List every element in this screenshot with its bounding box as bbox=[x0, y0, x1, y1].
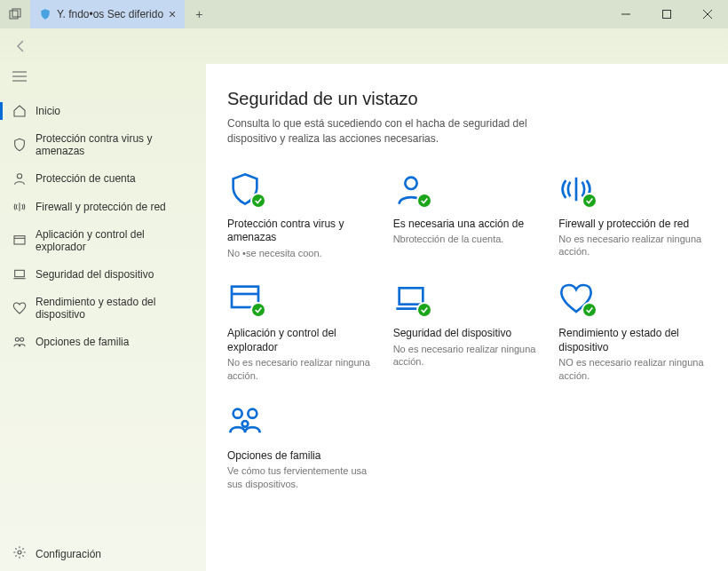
card-title: Firewall y protección de red bbox=[558, 218, 707, 232]
sidebar-item-label: Protección contra virus y amenazas bbox=[36, 132, 194, 157]
settings-label: Configuración bbox=[36, 548, 101, 560]
minimize-button[interactable] bbox=[605, 0, 646, 28]
page-subtitle: Consulta lo que está sucediendo con el h… bbox=[227, 116, 529, 147]
browser-tab[interactable]: Y. fndo•os Sec diferido × bbox=[30, 0, 185, 28]
sidebar-item-firewall[interactable]: Firewall y protección de red bbox=[0, 193, 206, 221]
tab-title: Y. fndo•os Sec diferido bbox=[57, 8, 163, 20]
home-icon bbox=[12, 104, 27, 118]
svg-rect-10 bbox=[14, 236, 25, 244]
card-device-security[interactable]: Seguridad del dispositivo No es necesari… bbox=[393, 281, 542, 382]
card-performance[interactable]: Rendimiento y estado del dispositivo NO … bbox=[558, 281, 707, 382]
back-button[interactable] bbox=[11, 36, 32, 57]
laptop-icon bbox=[12, 267, 27, 282]
card-desc: Nbrotección de la cuenta. bbox=[393, 233, 542, 245]
card-desc: No •se necesita coon. bbox=[227, 247, 376, 259]
person-icon bbox=[12, 171, 27, 186]
svg-rect-0 bbox=[10, 11, 18, 19]
card-title: Aplicación y control del explorador bbox=[227, 327, 376, 354]
svg-point-16 bbox=[18, 551, 21, 554]
card-title: Opciones de familia bbox=[227, 449, 376, 464]
close-window-button[interactable] bbox=[687, 0, 728, 28]
sidebar-item-account[interactable]: Protección de cuenta bbox=[0, 164, 206, 193]
hamburger-menu[interactable] bbox=[0, 67, 206, 97]
sidebar-item-label: Protección de cuenta bbox=[36, 172, 136, 185]
sidebar-item-label: Aplicación y control del explorador bbox=[36, 228, 194, 253]
svg-point-14 bbox=[15, 337, 19, 341]
status-ok-badge bbox=[250, 302, 266, 318]
card-desc: Ve cómo tus fervientemente usa sus dispo… bbox=[227, 464, 376, 490]
sidebar-item-home[interactable]: Inicio bbox=[0, 97, 206, 125]
svg-point-24 bbox=[242, 421, 249, 427]
sidebar-settings[interactable]: Configuración bbox=[0, 536, 206, 571]
card-firewall[interactable]: Firewall y protección de red No es neces… bbox=[558, 171, 707, 259]
card-title: Protección contra virus y amenazas bbox=[227, 218, 376, 245]
status-ok-badge bbox=[582, 193, 597, 209]
card-desc: No es necesario realizar ninguna acción. bbox=[393, 343, 542, 369]
status-ok-badge bbox=[582, 302, 597, 318]
sidebar-item-performance[interactable]: Rendimiento y estado del dispositivo bbox=[0, 289, 206, 328]
new-tab-button[interactable]: + bbox=[185, 7, 213, 21]
sidebar-item-label: Seguridad del dispositivo bbox=[36, 268, 154, 281]
network-icon bbox=[12, 200, 27, 214]
card-virus-protection[interactable]: Protección contra virus y amenazas No •s… bbox=[227, 171, 376, 259]
tabs-overview-icon[interactable] bbox=[0, 0, 30, 28]
sidebar-item-label: Firewall y protección de red bbox=[36, 201, 166, 213]
sidebar-item-family[interactable]: Opciones de familia bbox=[0, 328, 206, 356]
close-tab-icon[interactable]: × bbox=[169, 7, 176, 21]
svg-rect-20 bbox=[399, 288, 423, 304]
status-ok-badge bbox=[416, 302, 432, 318]
gear-icon bbox=[12, 545, 27, 562]
sidebar-item-label: Rendimiento y estado del dispositivo bbox=[36, 296, 194, 321]
family-icon bbox=[227, 403, 263, 439]
card-app-browser[interactable]: Aplicación y control del explorador No e… bbox=[227, 281, 376, 382]
svg-point-22 bbox=[233, 409, 242, 418]
sidebar-item-app-browser[interactable]: Aplicación y control del explorador bbox=[0, 221, 206, 260]
status-ok-badge bbox=[250, 193, 266, 209]
sidebar-item-label: Inicio bbox=[36, 105, 60, 117]
card-desc: No es necesario realizar ninguna acción. bbox=[558, 233, 707, 258]
svg-point-15 bbox=[20, 337, 24, 341]
heart-icon bbox=[12, 301, 27, 315]
svg-point-17 bbox=[405, 177, 416, 188]
maximize-button[interactable] bbox=[646, 0, 687, 28]
shield-icon bbox=[12, 138, 27, 152]
shield-icon bbox=[39, 8, 51, 20]
sidebar-item-label: Opciones de familia bbox=[36, 336, 129, 348]
svg-point-23 bbox=[248, 409, 257, 418]
sidebar-item-virus[interactable]: Protección contra virus y amenazas bbox=[0, 125, 206, 164]
card-desc: No es necesario realizar ninguna acción. bbox=[227, 356, 376, 382]
svg-point-9 bbox=[17, 174, 21, 178]
sidebar: Inicio Protección contra virus y amenaza… bbox=[0, 64, 206, 571]
card-title: Es necesaria una acción de bbox=[393, 218, 542, 232]
status-ok-badge bbox=[416, 193, 432, 209]
card-account-protection[interactable]: Es necesaria una acción de Nbrotección d… bbox=[393, 171, 542, 259]
card-title: Seguridad del dispositivo bbox=[393, 327, 542, 341]
titlebar: Y. fndo•os Sec diferido × + bbox=[0, 0, 728, 28]
window-icon bbox=[12, 234, 27, 248]
card-family[interactable]: Opciones de familia Ve cómo tus fervient… bbox=[227, 403, 376, 490]
svg-rect-3 bbox=[663, 11, 671, 19]
svg-rect-1 bbox=[12, 9, 20, 17]
card-title: Rendimiento y estado del dispositivo bbox=[558, 327, 707, 354]
main-content: Seguridad de un vistazo Consulta lo que … bbox=[206, 64, 728, 571]
card-desc: NO es necesario realizar ninguna acción. bbox=[558, 356, 707, 382]
svg-rect-12 bbox=[15, 270, 25, 276]
sidebar-item-device-security[interactable]: Seguridad del dispositivo bbox=[0, 260, 206, 289]
page-title: Seguridad de un vistazo bbox=[227, 89, 707, 109]
family-icon bbox=[12, 335, 27, 349]
